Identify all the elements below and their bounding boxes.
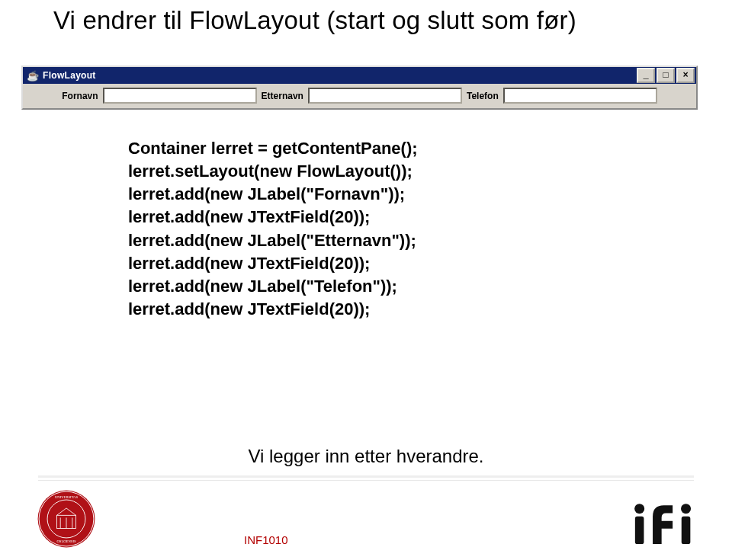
label-telefon: Telefon: [467, 91, 499, 101]
code-line-3: lerret.add(new JLabel("Fornavn"));: [128, 184, 405, 203]
label-etternavn: Etternavn: [262, 91, 303, 101]
window-buttons: _ □ ×: [637, 68, 696, 83]
slide-note: Vi legger inn etter hverandre.: [0, 446, 732, 467]
svg-point-9: [634, 504, 644, 514]
code-line-1: Container lerret = getContentPane();: [128, 139, 418, 158]
java-icon: ☕: [26, 69, 40, 82]
label-fornavn: Fornavn: [62, 91, 98, 101]
svg-rect-12: [682, 517, 691, 544]
window-titlebar: ☕ FlowLayout _ □ ×: [23, 67, 696, 84]
code-block: Container lerret = getContentPane(); ler…: [128, 137, 418, 321]
code-line-6: lerret.add(new JTextField(20));: [128, 254, 370, 273]
maximize-button[interactable]: □: [657, 68, 675, 83]
input-fornavn[interactable]: [103, 88, 257, 104]
slide-title: Vi endrer til FlowLayout (start og slutt…: [53, 6, 576, 35]
java-window: ☕ FlowLayout _ □ × Fornavn Etternavn Tel…: [21, 66, 698, 110]
code-line-8: lerret.add(new JTextField(20));: [128, 299, 370, 318]
window-title: FlowLayout: [43, 70, 96, 81]
code-line-7: lerret.add(new JLabel("Telefon"));: [128, 277, 397, 296]
input-telefon[interactable]: [503, 88, 657, 104]
ifi-logo-icon: [631, 502, 698, 546]
flow-panel: Fornavn Etternavn Telefon: [26, 88, 693, 104]
svg-point-11: [681, 504, 691, 514]
window-content: Fornavn Etternavn Telefon: [23, 84, 696, 108]
code-line-4: lerret.add(new JTextField(20));: [128, 207, 370, 226]
code-line-5: lerret.add(new JLabel("Etternavn"));: [128, 231, 416, 250]
input-etternavn[interactable]: [308, 88, 462, 104]
svg-text:UNIVERSITAS: UNIVERSITAS: [55, 495, 79, 499]
footer-divider: [38, 480, 694, 482]
svg-rect-10: [635, 517, 644, 544]
course-code: INF1010: [244, 533, 288, 546]
code-line-2: lerret.setLayout(new FlowLayout());: [128, 162, 413, 181]
close-button[interactable]: ×: [676, 68, 695, 83]
minimize-button[interactable]: _: [637, 68, 655, 83]
svg-text:OSLOENSIS: OSLOENSIS: [56, 539, 76, 543]
uio-seal-icon: UNIVERSITAS OSLOENSIS: [37, 489, 96, 549]
